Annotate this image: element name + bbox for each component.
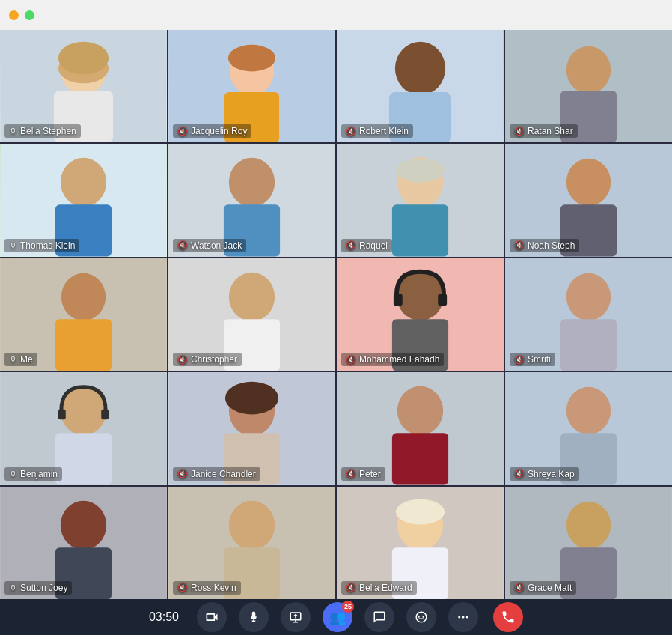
mic-icon-ratan: 🔇 xyxy=(514,127,525,136)
mic-icon-christopher: 🔇 xyxy=(177,355,188,365)
mic-icon-jacquelin: 🔇 xyxy=(177,127,188,136)
svg-point-26 xyxy=(566,159,611,206)
svg-point-58 xyxy=(61,500,106,549)
mic-icon-benjamin: 🎙 xyxy=(9,470,17,478)
name-peter: 🔇 Peter xyxy=(341,467,385,481)
svg-point-49 xyxy=(225,382,278,415)
cell-ross-kevin: 🔇 Ross Kevin xyxy=(168,487,335,599)
name-mohammed: 🔇 Mohammed Fahadh xyxy=(341,353,444,366)
mic-icon-grace: 🔇 xyxy=(514,583,525,592)
mic-icon-watson: 🔇 xyxy=(177,240,188,250)
svg-point-23 xyxy=(396,159,445,183)
mic-icon-bella: 🎙 xyxy=(9,127,17,136)
mic-icon-thomas: 🎙 xyxy=(9,241,17,250)
svg-rect-36 xyxy=(394,294,403,306)
mic-icon-janice: 🔇 xyxy=(177,469,188,478)
mic-icon-sutton: 🎙 xyxy=(9,583,17,592)
name-jacquelin-roy: 🔇 Jacquelin Roy xyxy=(173,124,251,138)
svg-rect-46 xyxy=(55,433,112,484)
svg-point-55 xyxy=(566,387,611,434)
svg-point-32 xyxy=(229,273,275,321)
svg-rect-45 xyxy=(101,410,109,420)
name-noah-steph: 🔇 Noah Steph xyxy=(510,239,579,252)
cell-grace-matt: 🔇 Grace Matt xyxy=(505,487,672,599)
mic-icon-ross: 🔇 xyxy=(177,583,188,592)
call-timer: 03:50 xyxy=(149,610,179,624)
cell-benjamin: 🎙 Benjamin xyxy=(0,372,167,484)
svg-rect-24 xyxy=(392,205,448,257)
name-bella-edward: 🔇 Bella Edward xyxy=(341,581,417,595)
end-call-button[interactable] xyxy=(493,602,523,632)
cell-me: 🎙 Me xyxy=(0,258,167,371)
name-smriti: 🔇 Smriti xyxy=(510,353,555,366)
svg-point-65 xyxy=(396,499,445,524)
chat-button[interactable] xyxy=(364,602,394,632)
reactions-button[interactable] xyxy=(406,602,436,632)
cell-janice-chandler: 🔇 Janice Chandler xyxy=(168,372,335,484)
participants-badge-icon: 👥 xyxy=(329,609,346,625)
cell-raquel: 🔇 Raquel xyxy=(337,144,504,256)
title-bar xyxy=(0,0,672,30)
svg-point-68 xyxy=(566,501,611,548)
mic-icon-smriti: 🔇 xyxy=(514,355,525,365)
svg-point-8 xyxy=(228,45,275,72)
mic-icon-peter: 🔇 xyxy=(346,469,356,478)
svg-rect-37 xyxy=(438,294,447,306)
mic-icon-bella-e: 🔇 xyxy=(346,583,356,592)
mic-icon-me: 🎙 xyxy=(9,355,17,364)
more-options-button[interactable] xyxy=(448,602,478,632)
mic-icon-raquel: 🔇 xyxy=(346,240,356,250)
svg-point-10 xyxy=(395,42,445,95)
svg-point-52 xyxy=(397,386,443,435)
share-screen-button[interactable] xyxy=(281,602,311,632)
name-me: 🎙 Me xyxy=(4,353,37,366)
name-christopher: 🔇 Christopher xyxy=(173,353,242,366)
name-janice-chandler: 🔇 Janice Chandler xyxy=(173,467,260,481)
svg-rect-30 xyxy=(55,319,112,371)
svg-point-29 xyxy=(61,273,106,320)
cell-christopher: 🔇 Christopher xyxy=(168,258,335,371)
toolbar: 03:50 👥 25 xyxy=(0,599,672,635)
maximize-button[interactable] xyxy=(25,10,34,20)
cell-shreya-kap: 🔇 Shreya Kap xyxy=(505,372,672,484)
svg-point-16 xyxy=(61,158,106,207)
minimize-button[interactable] xyxy=(9,10,19,20)
svg-point-72 xyxy=(466,616,468,619)
svg-rect-53 xyxy=(392,433,448,484)
svg-point-4 xyxy=(58,42,109,75)
mic-icon-shreya: 🔇 xyxy=(514,469,525,478)
mic-icon-robert: 🔇 xyxy=(346,127,356,136)
mic-button[interactable] xyxy=(239,602,269,632)
name-thomas-klein: 🎙 Thomas Klein xyxy=(4,239,79,252)
svg-rect-44 xyxy=(58,410,66,420)
svg-point-71 xyxy=(462,616,465,619)
svg-point-61 xyxy=(229,500,275,549)
cell-bella-edward: 🔇 Bella Edward xyxy=(337,487,504,599)
video-button[interactable] xyxy=(197,602,227,632)
name-shreya-kap: 🔇 Shreya Kap xyxy=(510,467,579,481)
cell-jacquelin-roy: 🔇 Jacquelin Roy xyxy=(168,30,335,142)
mic-icon-noah: 🔇 xyxy=(514,240,525,250)
participants-button[interactable]: 👥 25 xyxy=(323,602,352,632)
cell-watson-jack: 🔇 Watson Jack xyxy=(168,144,335,256)
name-watson-jack: 🔇 Watson Jack xyxy=(173,239,246,252)
cell-noah-steph: 🔇 Noah Steph xyxy=(505,144,672,256)
name-sutton-joey: 🎙 Sutton Joey xyxy=(4,581,72,595)
video-grid: 🎙 Bella Stephen 🔇 Jacquelin Roy xyxy=(0,30,672,599)
svg-point-13 xyxy=(566,46,611,94)
name-raquel: 🔇 Raquel xyxy=(341,239,392,252)
cell-mohammed: 🔇 Mohammed Fahadh xyxy=(337,258,504,371)
cell-peter: 🔇 Peter xyxy=(337,372,504,484)
svg-rect-41 xyxy=(560,319,617,371)
svg-point-70 xyxy=(458,616,460,619)
cell-smriti: 🔇 Smriti xyxy=(505,258,672,371)
svg-point-19 xyxy=(229,158,275,207)
cell-bella-stephen: 🎙 Bella Stephen xyxy=(0,30,167,142)
cell-sutton-joey: 🎙 Sutton Joey xyxy=(0,487,167,599)
participants-count-badge: 25 xyxy=(342,601,354,613)
name-ratan-shar: 🔇 Ratan Shar xyxy=(510,124,578,138)
mic-icon-mohammed: 🔇 xyxy=(346,355,356,365)
cell-ratan-shar: 🔇 Ratan Shar xyxy=(505,30,672,142)
cell-thomas-klein: 🎙 Thomas Klein xyxy=(0,144,167,256)
name-grace-matt: 🔇 Grace Matt xyxy=(510,581,576,595)
